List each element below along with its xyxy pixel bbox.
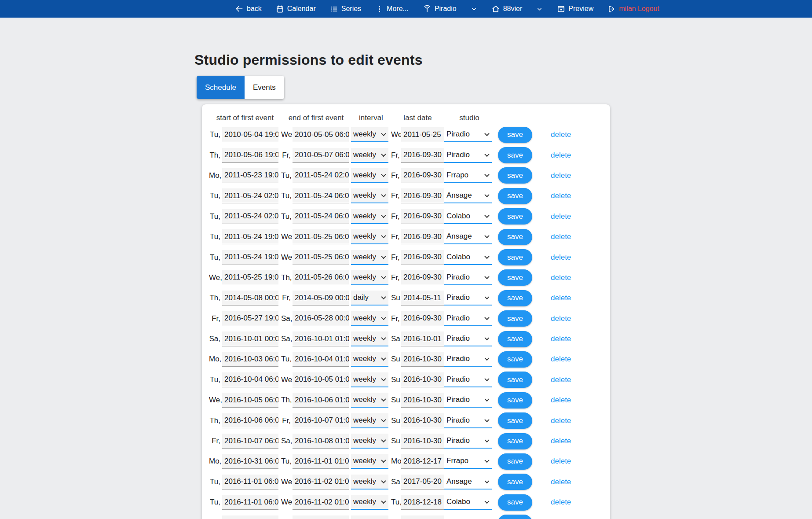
last-date-input[interactable] bbox=[401, 148, 444, 163]
delete-link[interactable]: delete bbox=[545, 314, 571, 323]
interval-select[interactable]: weekly bbox=[351, 372, 388, 387]
start-datetime-input[interactable] bbox=[222, 148, 278, 163]
nav-preview[interactable]: Preview bbox=[557, 5, 593, 13]
save-button[interactable]: save bbox=[498, 433, 532, 449]
save-button[interactable]: save bbox=[498, 127, 532, 143]
start-datetime-input[interactable] bbox=[222, 475, 278, 490]
start-datetime-input[interactable] bbox=[222, 250, 278, 265]
piradio-dropdown-toggle[interactable] bbox=[471, 6, 477, 12]
last-date-input[interactable] bbox=[401, 413, 444, 428]
studio-select[interactable]: Piradio bbox=[444, 311, 492, 326]
last-date-input[interactable] bbox=[401, 188, 444, 203]
start-datetime-input[interactable] bbox=[222, 168, 278, 183]
last-date-input[interactable] bbox=[401, 515, 444, 519]
start-datetime-input[interactable] bbox=[222, 495, 278, 510]
tab-schedule[interactable]: Schedule bbox=[197, 76, 245, 99]
studio-select[interactable]: Piradio bbox=[444, 434, 492, 449]
interval-select[interactable]: weekly bbox=[351, 148, 388, 163]
studio-select[interactable]: Piradio bbox=[444, 352, 492, 367]
delete-link[interactable]: delete bbox=[545, 396, 571, 405]
delete-link[interactable]: delete bbox=[545, 294, 571, 302]
interval-select[interactable]: weekly bbox=[351, 495, 388, 510]
delete-link[interactable]: delete bbox=[545, 375, 571, 384]
delete-link[interactable]: delete bbox=[545, 457, 571, 466]
studio-select[interactable]: Frrapo bbox=[444, 454, 492, 469]
end-datetime-input[interactable] bbox=[293, 168, 349, 183]
start-datetime-input[interactable] bbox=[222, 515, 278, 519]
save-button[interactable]: save bbox=[498, 331, 532, 347]
end-datetime-input[interactable] bbox=[293, 229, 349, 244]
end-datetime-input[interactable] bbox=[293, 127, 349, 142]
delete-link[interactable]: delete bbox=[545, 232, 571, 241]
end-datetime-input[interactable] bbox=[293, 475, 349, 490]
interval-select[interactable]: weekly bbox=[351, 352, 388, 367]
save-button[interactable]: save bbox=[498, 392, 532, 409]
last-date-input[interactable] bbox=[401, 393, 444, 408]
end-datetime-input[interactable] bbox=[293, 413, 349, 428]
end-datetime-input[interactable] bbox=[293, 331, 349, 346]
interval-select[interactable]: weekly bbox=[351, 434, 388, 449]
delete-link[interactable]: delete bbox=[545, 416, 571, 425]
interval-select[interactable]: weekly bbox=[351, 413, 388, 428]
interval-select[interactable]: weekly bbox=[351, 475, 388, 490]
end-datetime-input[interactable] bbox=[293, 270, 349, 285]
studio-select[interactable]: Colabo bbox=[444, 495, 492, 510]
save-button[interactable]: save bbox=[498, 208, 532, 225]
interval-select[interactable]: weekly bbox=[351, 250, 388, 265]
nav-piradio[interactable]: Piradio bbox=[423, 4, 457, 13]
studio-select[interactable]: Piradio bbox=[444, 331, 492, 346]
last-date-input[interactable] bbox=[401, 495, 444, 510]
studio-select[interactable]: Colabo bbox=[444, 209, 492, 224]
studio-select[interactable]: Ansage bbox=[444, 229, 492, 244]
nav-logout[interactable]: milan Logout bbox=[607, 5, 659, 13]
start-datetime-input[interactable] bbox=[222, 352, 278, 367]
studio-select[interactable]: Piradio bbox=[444, 372, 492, 387]
save-button[interactable]: save bbox=[498, 453, 532, 470]
interval-select[interactable]: weekly bbox=[351, 331, 388, 346]
interval-select[interactable]: weekly bbox=[351, 188, 388, 203]
last-date-input[interactable] bbox=[401, 352, 444, 367]
studio-select[interactable]: Piradio bbox=[444, 291, 492, 306]
nav-88vier[interactable]: 88vier bbox=[491, 4, 523, 13]
nav-series[interactable]: Series bbox=[330, 5, 361, 13]
nav-calendar[interactable]: Calendar bbox=[276, 5, 316, 13]
start-datetime-input[interactable] bbox=[222, 413, 278, 428]
last-date-input[interactable] bbox=[401, 475, 444, 490]
interval-select[interactable]: daily bbox=[351, 291, 388, 306]
save-button[interactable]: save bbox=[498, 494, 532, 511]
save-button[interactable]: save bbox=[498, 229, 532, 245]
delete-link[interactable]: delete bbox=[545, 478, 571, 486]
end-datetime-input[interactable] bbox=[293, 188, 349, 203]
start-datetime-input[interactable] bbox=[222, 209, 278, 224]
last-date-input[interactable] bbox=[401, 229, 444, 244]
last-date-input[interactable] bbox=[401, 168, 444, 183]
end-datetime-input[interactable] bbox=[293, 495, 349, 510]
delete-link[interactable]: delete bbox=[545, 171, 571, 180]
interval-select[interactable]: weekly bbox=[351, 229, 388, 244]
save-button[interactable]: save bbox=[498, 412, 532, 429]
delete-link[interactable]: delete bbox=[545, 335, 571, 343]
last-date-input[interactable] bbox=[401, 331, 444, 346]
save-button[interactable]: save bbox=[498, 249, 532, 265]
delete-link[interactable]: delete bbox=[545, 498, 571, 507]
studio-select[interactable]: Ansage bbox=[444, 475, 492, 490]
start-datetime-input[interactable] bbox=[222, 372, 278, 387]
interval-select[interactable]: weekly bbox=[351, 393, 388, 408]
nav-back[interactable]: back bbox=[235, 4, 262, 13]
interval-select[interactable]: weekly bbox=[351, 209, 388, 224]
last-date-input[interactable] bbox=[401, 454, 444, 469]
start-datetime-input[interactable] bbox=[222, 291, 278, 306]
delete-link[interactable]: delete bbox=[545, 273, 571, 282]
last-date-input[interactable] bbox=[401, 209, 444, 224]
save-button[interactable]: save bbox=[498, 167, 532, 184]
save-button[interactable]: save bbox=[498, 351, 532, 368]
start-datetime-input[interactable] bbox=[222, 229, 278, 244]
end-datetime-input[interactable] bbox=[293, 434, 349, 449]
studio-select[interactable]: Colabo bbox=[444, 250, 492, 265]
end-datetime-input[interactable] bbox=[293, 311, 349, 326]
interval-select[interactable]: weekly bbox=[351, 168, 388, 183]
end-datetime-input[interactable] bbox=[293, 291, 349, 306]
save-button[interactable]: save bbox=[498, 372, 532, 388]
start-datetime-input[interactable] bbox=[222, 393, 278, 408]
delete-link[interactable]: delete bbox=[545, 212, 571, 221]
